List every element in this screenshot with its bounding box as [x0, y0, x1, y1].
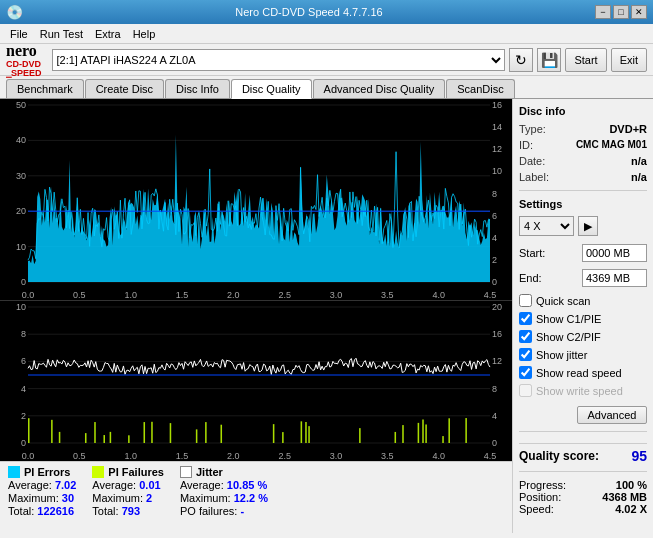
c2pif-checkbox[interactable] [519, 330, 532, 343]
disc-date-value: n/a [631, 155, 647, 167]
disc-label-row: Label: n/a [519, 171, 647, 183]
menu-run-test[interactable]: Run Test [34, 27, 89, 41]
tab-scan-disc[interactable]: ScanDisc [446, 79, 514, 98]
window-controls: − □ ✕ [595, 5, 647, 19]
settings-title: Settings [519, 198, 647, 210]
position-value: 4368 MB [602, 491, 647, 503]
position-row: Position: 4368 MB [519, 491, 647, 503]
quality-row: Quality score: 95 [519, 443, 647, 464]
tabs: Benchmark Create Disc Disc Info Disc Qua… [0, 76, 653, 99]
tab-disc-info[interactable]: Disc Info [165, 79, 230, 98]
disc-type-label: Type: [519, 123, 546, 135]
progress-row: Progress: 100 % [519, 479, 647, 491]
pi-failures-stats: PI Failures Average: 0.01 Maximum: 2 Tot… [92, 466, 164, 529]
tab-create-disc[interactable]: Create Disc [85, 79, 164, 98]
quality-label: Quality score: [519, 449, 599, 463]
pi-errors-avg: Average: 7.02 [8, 479, 76, 491]
pi-errors-stats: PI Errors Average: 7.02 Maximum: 30 Tota… [8, 466, 76, 529]
advanced-button[interactable]: Advanced [577, 406, 647, 424]
c1pie-checkbox[interactable] [519, 312, 532, 325]
minimize-button[interactable]: − [595, 5, 611, 19]
lower-chart-canvas [0, 301, 512, 461]
read-speed-row: Show read speed [519, 366, 647, 379]
start-mb-row: Start: [519, 244, 647, 262]
speed-select[interactable]: 4 X 1 X 2 X 8 X Max [519, 216, 574, 236]
refresh-button[interactable]: ↻ [509, 48, 533, 72]
jitter-avg: Average: 10.85 % [180, 479, 268, 491]
pi-errors-max: Maximum: 30 [8, 492, 76, 504]
read-speed-checkbox[interactable] [519, 366, 532, 379]
toolbar: nero CD-DVD⎯SPEED [2:1] ATAPI iHAS224 A … [0, 44, 653, 76]
c1pie-label: Show C1/PIE [536, 313, 601, 325]
tab-benchmark[interactable]: Benchmark [6, 79, 84, 98]
pi-errors-label: PI Errors [24, 466, 70, 478]
speed-row-prog: Speed: 4.02 X [519, 503, 647, 515]
quick-scan-row: Quick scan [519, 294, 647, 307]
divider1 [519, 190, 647, 191]
right-panel: Disc info Type: DVD+R ID: CMC MAG M01 Da… [513, 99, 653, 533]
position-label: Position: [519, 491, 561, 503]
jitter-max: Maximum: 12.2 % [180, 492, 268, 504]
pi-failures-legend-box [92, 466, 104, 478]
disc-info-title: Disc info [519, 105, 647, 117]
disc-type-row: Type: DVD+R [519, 123, 647, 135]
c2pif-label: Show C2/PIF [536, 331, 601, 343]
pi-errors-total: Total: 122616 [8, 505, 76, 517]
quality-value: 95 [631, 448, 647, 464]
jitter-cb-label: Show jitter [536, 349, 587, 361]
divider2 [519, 431, 647, 432]
tab-advanced-disc-quality[interactable]: Advanced Disc Quality [313, 79, 446, 98]
jitter-checkbox[interactable] [519, 348, 532, 361]
pi-failures-total: Total: 793 [92, 505, 164, 517]
logo: nero CD-DVD⎯SPEED [6, 42, 42, 78]
disc-label-label: Label: [519, 171, 549, 183]
pi-errors-legend-box [8, 466, 20, 478]
disc-label-value: n/a [631, 171, 647, 183]
drive-select[interactable]: [2:1] ATAPI iHAS224 A ZL0A [52, 49, 506, 71]
window-icon: 💿 [6, 4, 23, 20]
write-speed-row: Show write speed [519, 384, 647, 397]
menu-bar: File Run Test Extra Help [0, 24, 653, 44]
progress-value: 100 % [616, 479, 647, 491]
start-button[interactable]: Start [565, 48, 606, 72]
c1pie-row: Show C1/PIE [519, 312, 647, 325]
menu-extra[interactable]: Extra [89, 27, 127, 41]
stats-bar: PI Errors Average: 7.02 Maximum: 30 Tota… [0, 461, 512, 533]
pi-failures-label: PI Failures [108, 466, 164, 478]
quick-scan-checkbox[interactable] [519, 294, 532, 307]
progress-section: Progress: 100 % Position: 4368 MB Speed:… [519, 479, 647, 515]
jitter-label: Jitter [196, 466, 223, 478]
disc-id-label: ID: [519, 139, 533, 151]
window-title: Nero CD-DVD Speed 4.7.7.16 [23, 6, 595, 18]
read-speed-label: Show read speed [536, 367, 622, 379]
end-input[interactable] [582, 269, 647, 287]
start-input[interactable] [582, 244, 647, 262]
end-mb-row: End: [519, 269, 647, 287]
pi-failures-max: Maximum: 2 [92, 492, 164, 504]
po-failures: PO failures: - [180, 505, 268, 517]
c2pif-row: Show C2/PIF [519, 330, 647, 343]
exit-button[interactable]: Exit [611, 48, 647, 72]
chart-upper [0, 99, 512, 301]
quick-scan-label: Quick scan [536, 295, 590, 307]
disc-id-value: CMC MAG M01 [576, 139, 647, 151]
speed-value: 4.02 X [615, 503, 647, 515]
save-button[interactable]: 💾 [537, 48, 561, 72]
tab-disc-quality[interactable]: Disc Quality [231, 79, 312, 99]
disc-date-row: Date: n/a [519, 155, 647, 167]
disc-type-value: DVD+R [609, 123, 647, 135]
progress-label: Progress: [519, 479, 566, 491]
maximize-button[interactable]: □ [613, 5, 629, 19]
speed-icon-btn[interactable]: ▶ [578, 216, 598, 236]
menu-help[interactable]: Help [127, 27, 162, 41]
jitter-stats: Jitter Average: 10.85 % Maximum: 12.2 % … [180, 466, 268, 529]
start-label: Start: [519, 247, 545, 259]
charts-area: PI Errors Average: 7.02 Maximum: 30 Tota… [0, 99, 513, 533]
pi-failures-avg: Average: 0.01 [92, 479, 164, 491]
end-label: End: [519, 272, 542, 284]
menu-file[interactable]: File [4, 27, 34, 41]
close-button[interactable]: ✕ [631, 5, 647, 19]
divider3 [519, 471, 647, 472]
chart-lower [0, 301, 512, 461]
write-speed-checkbox[interactable] [519, 384, 532, 397]
